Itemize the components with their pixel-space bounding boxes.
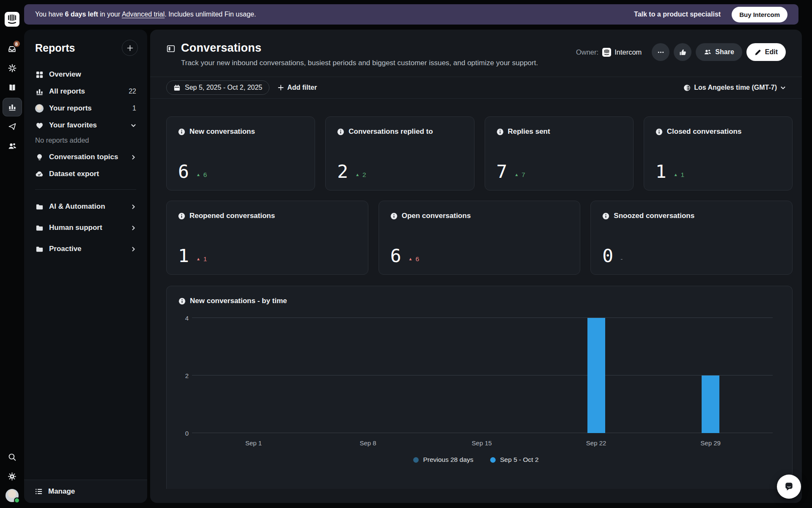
- advanced-trial-link[interactable]: Advanced trial: [122, 11, 165, 18]
- chevron-down-icon: [131, 123, 136, 128]
- trend-up-icon: ▲: [674, 173, 678, 177]
- plus-icon: [278, 85, 284, 91]
- sidebar-folder-ai-automation[interactable]: AI & Automation: [30, 198, 141, 215]
- inbox-icon[interactable]: 8: [3, 39, 22, 58]
- sidebar-divider: [35, 189, 136, 190]
- banner-text: You have 6 days left in your Advanced tr…: [35, 11, 256, 18]
- metric-cards-row-2: Reopened conversations1▲1Open conversati…: [166, 201, 793, 275]
- filter-bar: Sep 5, 2025 - Oct 2, 2025 Add filter Los…: [150, 77, 802, 98]
- share-people-icon: [704, 48, 711, 56]
- sidebar-item-dataset-export[interactable]: Dataset export: [30, 166, 141, 182]
- talk-to-specialist-link[interactable]: Talk to a product specialist: [634, 11, 721, 18]
- metric-cards-row-1: New conversations6▲6Conversations replie…: [166, 116, 793, 190]
- chart-bar-sep-29[interactable]: [702, 375, 719, 433]
- pencil-icon: [754, 49, 761, 55]
- chevron-right-icon: [131, 225, 136, 231]
- sidebar-folder-proactive[interactable]: Proactive: [30, 240, 141, 257]
- user-avatar: [35, 104, 44, 113]
- sidebar-item-label: Overview: [49, 70, 136, 79]
- search-icon[interactable]: [3, 450, 22, 464]
- metric-change-value: 6: [203, 171, 207, 179]
- date-range-picker[interactable]: Sep 5, 2025 - Oct 2, 2025: [166, 80, 269, 95]
- info-icon[interactable]: [602, 213, 609, 220]
- trend-up-icon: ▲: [196, 257, 200, 261]
- metric-change: ▲2: [355, 171, 366, 180]
- legend-item-previous-period[interactable]: Previous 28 days: [413, 456, 473, 464]
- reports-icon[interactable]: [3, 98, 22, 116]
- sidebar-folder-human-support[interactable]: Human support: [30, 219, 141, 236]
- sidebar-item-all-reports[interactable]: All reports22: [30, 83, 141, 100]
- more-options-button[interactable]: [652, 43, 669, 61]
- share-button[interactable]: Share: [696, 43, 742, 61]
- legend-label: Sep 5 - Oct 2: [500, 456, 538, 464]
- metric-value: 6: [390, 247, 401, 265]
- sidebar-item-your-reports[interactable]: Your reports1: [30, 100, 141, 117]
- knowledge-icon[interactable]: [3, 78, 22, 97]
- buy-intercom-button[interactable]: Buy Intercom: [732, 7, 787, 22]
- sidebar-item-overview[interactable]: Overview: [30, 66, 141, 83]
- info-icon[interactable]: [337, 128, 344, 135]
- chart-legend: Previous 28 daysSep 5 - Oct 2: [178, 456, 774, 464]
- sidebar-item-label: All reports: [49, 87, 123, 96]
- metric-change: ▲1: [674, 171, 685, 180]
- metric-change-value: 1: [203, 255, 207, 263]
- sidebar-item-your-favorites[interactable]: Your favorites: [30, 117, 141, 134]
- chart-x-axis: Sep 1Sep 8Sep 15Sep 22Sep 29: [192, 433, 773, 448]
- legend-dot: [413, 457, 419, 463]
- sidebar-empty-state: No reports added: [30, 134, 141, 149]
- add-filter-button[interactable]: Add filter: [278, 84, 317, 91]
- new-conversations-chart-card: New conversations - by time 024 Sep 1Sep…: [166, 286, 793, 489]
- outbound-icon[interactable]: [3, 117, 22, 136]
- intercom-logo[interactable]: [5, 12, 19, 27]
- folder-icon: [35, 203, 44, 211]
- collapse-sidebar-icon[interactable]: [166, 44, 176, 53]
- sidebar-item-count: 1: [132, 105, 136, 112]
- metric-card-reopened-conversations: Reopened conversations1▲1: [166, 201, 368, 275]
- feedback-thumb-button[interactable]: [674, 43, 691, 61]
- contacts-icon[interactable]: [3, 136, 22, 156]
- metric-label: New conversations: [189, 127, 255, 136]
- gridline: [192, 375, 773, 375]
- info-icon[interactable]: [178, 213, 185, 220]
- chart-title: New conversations - by time: [190, 297, 287, 305]
- folder-icon: [35, 245, 44, 253]
- new-report-button[interactable]: [122, 40, 138, 56]
- legend-dot: [490, 457, 496, 463]
- info-icon[interactable]: [656, 128, 663, 135]
- bar-chart-icon: [35, 88, 44, 96]
- settings-icon[interactable]: [3, 469, 22, 483]
- sidebar-item-count: 22: [129, 88, 136, 95]
- metric-value: 1: [178, 247, 189, 265]
- sidebar-item-conversation-topics[interactable]: Conversation topics: [30, 149, 141, 166]
- sidebar-item-label: Conversation topics: [49, 153, 125, 161]
- info-icon[interactable]: [497, 128, 504, 135]
- chart-bar-sep-22[interactable]: [587, 318, 605, 433]
- grid-icon: [35, 71, 44, 79]
- info-icon[interactable]: [390, 213, 398, 220]
- gridline: [192, 318, 773, 318]
- conversations-report-panel: Conversations Track your new inbound con…: [150, 30, 802, 503]
- metric-value: 7: [497, 163, 508, 180]
- messenger-launcher-button[interactable]: [777, 475, 801, 499]
- manage-label: Manage: [48, 487, 75, 496]
- fin-ai-icon[interactable]: [3, 58, 22, 78]
- owner-label: Owner:: [576, 48, 598, 56]
- manage-button[interactable]: Manage: [24, 480, 147, 503]
- user-avatar[interactable]: [5, 489, 19, 502]
- timezone-selector[interactable]: Los Angeles time (GMT-7): [683, 84, 786, 91]
- metric-change: ▲6: [409, 255, 420, 265]
- inbox-badge: 8: [13, 40, 21, 48]
- chevron-down-icon: [780, 85, 786, 91]
- info-icon[interactable]: [178, 298, 186, 305]
- app-icon-rail: 8: [0, 0, 24, 508]
- cloud-check-icon: [35, 170, 44, 178]
- metric-change-value: -: [620, 255, 623, 263]
- edit-button[interactable]: Edit: [746, 43, 786, 61]
- legend-item-current-period[interactable]: Sep 5 - Oct 2: [490, 456, 538, 464]
- metric-card-open-conversations: Open conversations6▲6: [379, 201, 581, 275]
- chevron-right-icon: [131, 246, 136, 252]
- trend-up-icon: ▲: [355, 173, 359, 177]
- metric-label: Conversations replied to: [348, 127, 433, 136]
- chevron-right-icon: [131, 204, 136, 210]
- info-icon[interactable]: [178, 128, 185, 135]
